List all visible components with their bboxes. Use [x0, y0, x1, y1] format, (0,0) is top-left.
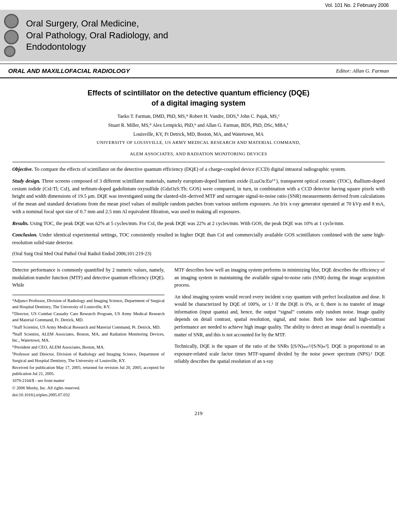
affiliations-text1: UNIVERSITY OF LOUISVILLE, US ARMY MEDICA… [97, 140, 300, 145]
objective-section: Objective. To compare the effects of sci… [12, 166, 385, 173]
divider-top [12, 162, 385, 162]
article-title-line2: of a digital imaging system [151, 99, 246, 107]
location-text: Louisville, KY, Ft Detrick, MD, Boston, … [134, 131, 264, 137]
results-label: Results. [12, 221, 29, 226]
footnote-f: ᶠProfessor and Director, Division of Rad… [12, 351, 165, 363]
location-line: Louisville, KY, Ft Detrick, MD, Boston, … [12, 130, 385, 138]
logo-circle-bottom [4, 46, 15, 57]
body-right-p3: Technically, DQE is the square of the ra… [174, 342, 385, 365]
affiliations-line1: UNIVERSITY OF LOUISVILLE, US ARMY MEDICA… [12, 139, 385, 146]
footnote-issn: 1079-2104/$ - see front matter [12, 377, 165, 384]
conclusion-text: Under identical experimental settings, T… [12, 232, 385, 245]
volume-line: Vol. 101 No. 2 February 2006 [0, 0, 397, 10]
journal-title-line1: Oral Surgery, Oral Medicine, [26, 18, 139, 29]
journal-title-line2: Oral Pathology, Oral Radiology, and [26, 30, 168, 40]
results-section: Results. Using TOC, the peak DQE was 62%… [12, 220, 385, 227]
footnote-issn-text: 1079-2104/$ - see front matter [12, 378, 64, 383]
study-text: Three screens composed of 3 different sc… [12, 178, 385, 214]
article-title-line1: Effects of scintillator on the detective… [88, 89, 309, 97]
body-right-p2: An ideal imaging system would record eve… [174, 293, 385, 339]
body-left-text: Detector performance is commonly quantif… [12, 266, 165, 289]
footnote-doi: doi:10.1016/j.tripleo.2005.07.032 [12, 392, 165, 398]
journal-title-block: Oral Surgery, Oral Medicine, Oral Pathol… [26, 14, 168, 57]
footnote-b-text: ᵇDirector, US Combat Casualty Care Resea… [12, 311, 165, 322]
footnote-f-text: ᶠProfessor and Director, Division of Rad… [12, 352, 165, 362]
editor-line: Editor: Allan G. Farman [336, 68, 389, 74]
footnote-c: ᶜStaff Scientist, US Army Medical Resear… [12, 324, 165, 330]
section-title: ORAL AND MAXILLOFACIAL RADIOLOGY [8, 67, 130, 74]
footnotes-section: ᵃAdjunct Professor, Division of Radiolog… [12, 295, 165, 398]
objective-text: To compare the effects of scintillator o… [34, 166, 346, 172]
study-label: Study design. [12, 178, 40, 184]
objective-label: Objective. [12, 166, 33, 172]
page-number: 219 [0, 410, 397, 421]
footnote-e: ᵉPresident and CEO, ALEM Associates, Bos… [12, 344, 165, 350]
journal-title-line3: Endodontology [26, 42, 86, 52]
footnote-e-text: ᵉPresident and CEO, ALEM Associates, Bos… [12, 345, 105, 349]
footnote-b: ᵇDirector, US Combat Casualty Care Resea… [12, 311, 165, 323]
footnote-d-text: ᵈStaff Scientist, ALEM Associates, Bosto… [12, 332, 165, 342]
conclusion-section: Conclusion. Under identical experimental… [12, 231, 385, 247]
results-text: Using TOC, the peak DQE was 62% at 5 cyc… [30, 221, 344, 226]
authors-line2: Stuart R. Miller, MS,ᵈ Alex Lempicki, Ph… [12, 121, 385, 129]
footnote-a: ᵃAdjunct Professor, Division of Radiolog… [12, 298, 165, 310]
body-right-p1: MTF describes how well an imaging system… [174, 266, 385, 289]
conclusion-label: Conclusion. [12, 232, 37, 238]
divider-bottom [12, 262, 385, 262]
article-title: Effects of scintillator on the detective… [12, 88, 385, 108]
section-header: ORAL AND MAXILLOFACIAL RADIOLOGY Editor:… [0, 64, 397, 78]
body-col-left: Detector performance is commonly quantif… [12, 266, 165, 399]
study-section: Study design. Three screens composed of … [12, 177, 385, 216]
footnote-copyright-text: © 2006 Mosby, Inc. All rights reserved. [12, 386, 80, 390]
footnote-doi-text: doi:10.1016/j.tripleo.2005.07.032 [12, 393, 70, 397]
journal-title: Oral Surgery, Oral Medicine, Oral Pathol… [26, 18, 168, 53]
authors-line1: Taeko T. Farman, DMD, PhD, MS,ᵃ Robert H… [12, 113, 385, 120]
journal-logo [4, 14, 19, 57]
body-col-right: MTF describes how well an imaging system… [174, 266, 385, 399]
citation-text: (Oral Surg Oral Med Oral Pathol Oral Rad… [12, 251, 151, 256]
footnote-received: Received for publication May 17, 2005; r… [12, 364, 165, 377]
logo-circle-top [4, 14, 19, 29]
logo-circle-middle [4, 30, 19, 44]
page-number-text: 219 [195, 410, 203, 416]
page: Vol. 101 No. 2 February 2006 Oral Surger… [0, 0, 397, 532]
authors-text1: Taeko T. Farman, DMD, PhD, MS,ᵃ Robert H… [117, 113, 280, 119]
affiliations-line2: ALEM ASSOCIATES, AND RADIATION MONITORIN… [12, 151, 385, 157]
article-content: Effects of scintillator on the detective… [0, 78, 397, 403]
affiliations-text2: ALEM ASSOCIATES, AND RADIATION MONITORIN… [130, 151, 267, 156]
body-columns: Detector performance is commonly quantif… [12, 266, 385, 399]
footnote-received-text: Received for publication May 17, 2005; r… [12, 365, 165, 376]
footnote-c-text: ᶜStaff Scientist, US Army Medical Resear… [12, 325, 160, 329]
citation-line: (Oral Surg Oral Med Oral Pathol Oral Rad… [12, 251, 385, 257]
footnote-a-text: ᵃAdjunct Professor, Division of Radiolog… [12, 298, 165, 309]
journal-header: Oral Surgery, Oral Medicine, Oral Pathol… [0, 10, 397, 61]
footnote-d: ᵈStaff Scientist, ALEM Associates, Bosto… [12, 331, 165, 343]
authors-text2: Stuart R. Miller, MS,ᵈ Alex Lempicki, Ph… [108, 122, 289, 128]
footnote-copyright: © 2006 Mosby, Inc. All rights reserved. [12, 385, 165, 391]
volume-text: Vol. 101 No. 2 February 2006 [325, 2, 389, 8]
